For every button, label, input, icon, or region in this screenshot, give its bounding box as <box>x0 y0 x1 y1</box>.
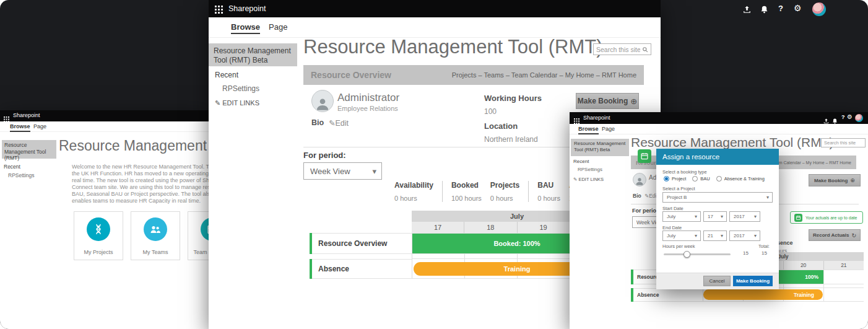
resource-overview-bar: Resource Overview Projects – Teams – Tea… <box>303 65 644 85</box>
day-header: 19 <box>517 222 570 233</box>
calendar-row-label: Resource Overview <box>310 233 412 254</box>
sidebar-item-label: Resource Management Tool (RMT) <box>4 142 46 161</box>
start-year-value: 2017 <box>734 214 745 219</box>
tab-browse[interactable]: Browse <box>231 22 260 34</box>
actuals-status: Your actuals are up to date <box>790 211 863 224</box>
end-month-select[interactable]: July▾ <box>662 230 701 241</box>
site-search[interactable] <box>593 43 651 55</box>
assign-resource-modal: Assign a resource Select a booking type … <box>656 149 779 289</box>
make-booking-button[interactable]: Make Booking ⊕ <box>809 174 861 186</box>
stat-label: Availability <box>394 181 433 190</box>
settings-icon[interactable]: ⚙ <box>847 113 853 120</box>
help-icon[interactable]: ? <box>841 114 845 120</box>
tile-my-projects[interactable]: My Projects <box>74 211 123 260</box>
radio-project-label: Project <box>672 176 686 182</box>
training-bar[interactable]: Training <box>703 289 823 300</box>
hours-slider[interactable] <box>664 253 731 255</box>
tile-my-teams[interactable]: My Teams <box>131 211 180 260</box>
notifications-icon[interactable] <box>760 5 768 16</box>
chevron-down-icon: ▾ <box>754 233 757 239</box>
chevron-down-icon: ▾ <box>721 233 723 239</box>
sidebar-item-rpsettings[interactable]: RPSettings <box>578 167 602 172</box>
period-dropdown[interactable]: Week View ▾ <box>303 162 382 180</box>
modal-header: Assign a resource <box>656 149 779 165</box>
search-icon <box>642 44 648 55</box>
record-actuals-button[interactable]: Record Actuals ↻ <box>809 229 861 241</box>
day-header: 20 <box>783 261 823 270</box>
end-day-value: 21 <box>708 233 713 239</box>
plus-circle-icon: ⊕ <box>630 97 637 106</box>
welcome-text: Welcome to the new HR Resource Managemen… <box>72 164 209 204</box>
start-day-value: 17 <box>708 214 713 219</box>
tile-label: My Projects <box>74 249 123 255</box>
total-label: Total: <box>758 243 770 249</box>
radio-bau-label: BAU <box>700 176 710 182</box>
make-booking-button[interactable]: Make Booking ⊕ <box>576 93 639 109</box>
suite-brand: Sharepoint <box>13 112 40 118</box>
end-year-value: 2017 <box>734 233 745 239</box>
edit-links[interactable]: ✎ EDIT LINKS <box>573 177 604 182</box>
sidebar-item-rpsettings[interactable]: RPSettings <box>222 84 259 93</box>
app-launcher-icon[interactable] <box>215 5 223 16</box>
day-header: 17 <box>412 222 464 233</box>
radio-bau[interactable] <box>692 176 698 182</box>
tab-page[interactable]: Page <box>269 22 287 32</box>
ribbon: Browse Page <box>570 124 868 134</box>
sidebar-recent[interactable]: Recent <box>573 159 589 164</box>
row-label: Absence <box>637 292 659 298</box>
make-booking-label: Make Booking <box>578 97 628 105</box>
site-search[interactable] <box>821 138 866 147</box>
working-hours-label: Working Hours <box>484 94 542 103</box>
start-day-select[interactable]: 17▾ <box>703 211 727 222</box>
suite-brand: Sharepoint <box>583 115 610 121</box>
hours-slider-thumb[interactable] <box>684 251 690 258</box>
end-month-value: July <box>667 233 675 239</box>
radio-absence-training[interactable] <box>716 176 722 182</box>
sidebar-item-rpsettings[interactable]: RPSettings <box>8 172 35 178</box>
end-day-select[interactable]: 21▾ <box>703 230 727 241</box>
search-input[interactable] <box>596 46 640 53</box>
welcome-line: Welcome to the new HR Resource Managemen… <box>72 164 209 170</box>
user-avatar[interactable] <box>855 114 863 122</box>
tab-page[interactable]: Page <box>602 126 615 132</box>
sidebar-item-rmt-beta[interactable]: Resource Management Tool (RMT) Beta <box>571 139 629 156</box>
tile-label: My Teams <box>131 249 180 255</box>
actuals-calendar-icon <box>794 214 802 222</box>
booking-type-label: Select a booking type <box>662 169 707 175</box>
edit-links[interactable]: ✎ EDIT LINKS <box>215 99 259 107</box>
calendar-icon <box>201 217 209 241</box>
sidebar-item-rmt[interactable]: Resource Management Tool (RMT) <box>2 140 56 159</box>
bio-edit-label: Edit <box>335 119 349 128</box>
cancel-button[interactable]: Cancel <box>703 276 731 286</box>
start-month-select[interactable]: July▾ <box>662 211 701 222</box>
tile-team-calendar[interactable]: Team Calendar <box>188 211 209 260</box>
tab-page[interactable]: Page <box>33 123 46 129</box>
sidebar-item-rmt-beta[interactable]: Resource Management Tool (RMT) Beta <box>209 43 297 66</box>
user-avatar[interactable] <box>812 2 826 16</box>
sidebar-recent[interactable]: Recent <box>4 164 20 170</box>
day-header: 21 <box>823 261 864 270</box>
search-input[interactable] <box>824 140 862 146</box>
start-month-value: July <box>667 214 675 219</box>
start-year-select[interactable]: 2017▾ <box>729 211 760 222</box>
make-booking-submit-button[interactable]: Make Booking <box>733 276 773 286</box>
sidebar-recent[interactable]: Recent <box>215 71 238 79</box>
sidebar-item-label: Resource Management Tool (RMT) Beta <box>214 46 291 64</box>
tab-browse[interactable]: Browse <box>578 126 599 134</box>
booked-bar-label: 100% <box>805 274 818 280</box>
stat-label: BAU <box>537 181 560 190</box>
project-select[interactable]: Project B ▾ <box>662 192 773 203</box>
page-title: Resource Management Tool (RMT) <box>303 36 603 58</box>
welcome-line: the UK HR Function. HR has moved to a ne… <box>72 170 209 177</box>
settings-icon[interactable]: ⚙ <box>794 3 802 13</box>
help-icon[interactable]: ? <box>778 4 783 13</box>
radio-project[interactable] <box>664 176 669 182</box>
tab-browse[interactable]: Browse <box>10 123 30 132</box>
share-icon[interactable] <box>743 5 751 16</box>
make-booking-label: Make Booking <box>814 178 848 183</box>
bio-edit-link[interactable]: ✎Edit <box>329 118 349 128</box>
working-hours-value: 100 <box>484 107 497 116</box>
overview-nav-links[interactable]: Projects – Teams – Team Calendar – My Ho… <box>452 71 636 79</box>
end-year-select[interactable]: 2017▾ <box>729 230 760 241</box>
stat-bau: BAU 0 hours <box>528 181 569 202</box>
